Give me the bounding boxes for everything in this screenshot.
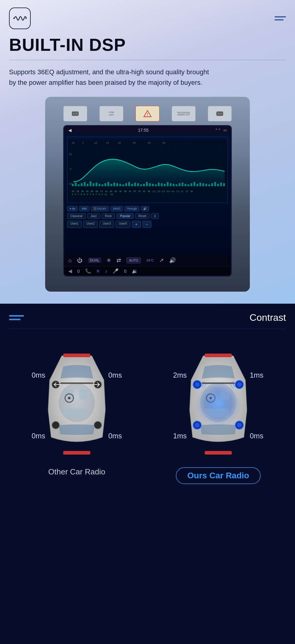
eq-btn-srs[interactable]: SRS©: [110, 206, 123, 211]
svg-point-137: [195, 423, 200, 428]
svg-point-139: [237, 423, 242, 428]
svg-rect-28: [87, 184, 88, 186]
screen-status-bar: ◀ 17:55 ⌃⌃ ▭: [64, 126, 231, 134]
other-timing-top-left: 0ms: [32, 371, 45, 379]
eq-preset-popular[interactable]: Popular: [116, 213, 133, 219]
nav-icon[interactable]: ↗: [159, 257, 164, 264]
svg-rect-48: [146, 182, 148, 186]
ours-car-svg: [179, 350, 257, 458]
svg-rect-33: [101, 184, 103, 186]
comparison-section: 0ms 0ms 0ms 0ms: [9, 329, 286, 496]
auto-button[interactable]: AUTO: [126, 257, 141, 263]
volume-down-icon[interactable]: 🔉: [132, 268, 138, 274]
svg-rect-71: [214, 182, 216, 186]
svg-text:2.2: 2.2: [162, 190, 165, 192]
svg-text:58: 58: [81, 190, 84, 192]
other-timing-bottom-right: 0ms: [108, 432, 122, 440]
eq-user3[interactable]: User3: [99, 221, 114, 228]
svg-rect-57: [173, 184, 175, 186]
svg-text:99: 99: [91, 190, 93, 192]
svg-rect-142: [202, 382, 235, 384]
eq-user2[interactable]: User2: [83, 221, 98, 228]
svg-rect-9: [217, 112, 220, 115]
svg-text:41: 41: [129, 190, 131, 192]
svg-text:4.1: 4.1: [172, 190, 175, 192]
svg-point-3: [73, 113, 75, 115]
svg-text:20: 20: [72, 141, 75, 144]
contrast-header: Contrast: [9, 304, 286, 329]
volume-up-icon[interactable]: 🔊: [169, 257, 176, 264]
power-icon[interactable]: ⏻: [77, 257, 82, 264]
fan-icon[interactable]: ✳: [107, 257, 111, 264]
svg-rect-46: [140, 184, 142, 186]
ours-car-label-button[interactable]: Ours Car Radio: [176, 467, 260, 484]
eq-btn-dts[interactable]: ●dts: [67, 206, 78, 211]
mode-icon[interactable]: ⇄: [116, 257, 121, 264]
hero-description: Supports 36EQ adjustment, and the ultra-…: [9, 67, 214, 88]
svg-rect-4: [75, 112, 78, 115]
eq-user-add[interactable]: +: [132, 221, 141, 228]
music-icon[interactable]: ♪: [105, 268, 107, 274]
svg-text:12: 12: [100, 190, 103, 192]
eq-graph: 20 5 10 15 20 25 30 35 20 0 -20: [67, 137, 228, 203]
svg-rect-58: [176, 184, 178, 186]
svg-rect-50: [152, 184, 154, 186]
car-screen-container: PSMOFF ! PASSENGERAIRBAG OFF: [9, 97, 286, 304]
eq-user-remove[interactable]: −: [142, 221, 151, 228]
eq-preset-reset[interactable]: Reset: [135, 213, 150, 219]
svg-text:35: 35: [162, 141, 165, 144]
eq-btn-through[interactable]: Through: [124, 206, 139, 211]
phone-icon[interactable]: 📞: [85, 268, 91, 274]
svg-rect-60: [182, 183, 183, 186]
svg-rect-59: [179, 183, 180, 186]
svg-rect-45: [137, 183, 139, 186]
eq-btn-volume[interactable]: 🔊: [141, 206, 149, 211]
eq-slider-icon[interactable]: ≡: [97, 268, 99, 274]
eq-btn-dolby[interactable]: ⬛DOLBY: [91, 206, 109, 211]
mic-icon[interactable]: 🎤: [113, 268, 119, 274]
screen-content: 20 5 10 15 20 25 30 35 20 0 -20: [64, 134, 231, 255]
svg-rect-62: [188, 184, 189, 186]
svg-text:11: 11: [181, 190, 183, 192]
svg-rect-35: [107, 182, 109, 186]
svg-text:10: 10: [94, 141, 97, 144]
svg-text:4: 4: [72, 193, 73, 195]
hamburger-button[interactable]: [275, 16, 286, 20]
ours-timing-bottom-right: 0ms: [250, 432, 263, 440]
eq-user1[interactable]: User1: [67, 221, 82, 228]
svg-text:70: 70: [138, 190, 141, 192]
eq-user5[interactable]: User5: [116, 221, 130, 228]
svg-rect-26: [81, 183, 82, 186]
ours-timing-top-right: 1ms: [250, 371, 263, 379]
svg-rect-69: [208, 184, 210, 186]
svg-text:7.1: 7.1: [176, 190, 179, 192]
svg-text:18: 18: [110, 190, 112, 192]
svg-rect-68: [205, 184, 207, 186]
svg-point-120: [52, 422, 59, 429]
dash-btn-passenger: PASSENGERAIRBAG OFF: [172, 106, 196, 121]
eq-preset-classical[interactable]: Classical: [67, 213, 86, 219]
eq-btn-bbe[interactable]: BBE: [79, 206, 89, 211]
back-icon[interactable]: ◀: [68, 268, 72, 274]
svg-text:6: 6: [93, 193, 94, 195]
dual-icon[interactable]: DUAL: [88, 258, 101, 263]
svg-rect-53: [161, 183, 163, 186]
svg-rect-63: [191, 183, 192, 186]
eq-preset-info[interactable]: ℹ: [151, 213, 159, 219]
svg-rect-51: [155, 184, 157, 186]
svg-text:7: 7: [90, 193, 91, 195]
svg-text:85: 85: [86, 190, 88, 192]
svg-rect-56: [170, 183, 172, 186]
svg-rect-65: [197, 184, 198, 186]
svg-text:8: 8: [98, 193, 100, 195]
svg-rect-34: [104, 183, 106, 186]
svg-point-141: [210, 397, 212, 399]
svg-rect-31: [96, 183, 98, 186]
dash-btn-warning: !: [135, 106, 160, 121]
page-title: BUILT-IN DSP: [9, 35, 286, 54]
eq-preset-jazz[interactable]: Jazz: [87, 213, 100, 219]
home-icon[interactable]: ⌂: [68, 257, 72, 264]
eq-preset-rock[interactable]: Rock: [102, 213, 115, 219]
temp-icon[interactable]: 24°C: [146, 259, 154, 262]
svg-point-1: [25, 18, 26, 19]
